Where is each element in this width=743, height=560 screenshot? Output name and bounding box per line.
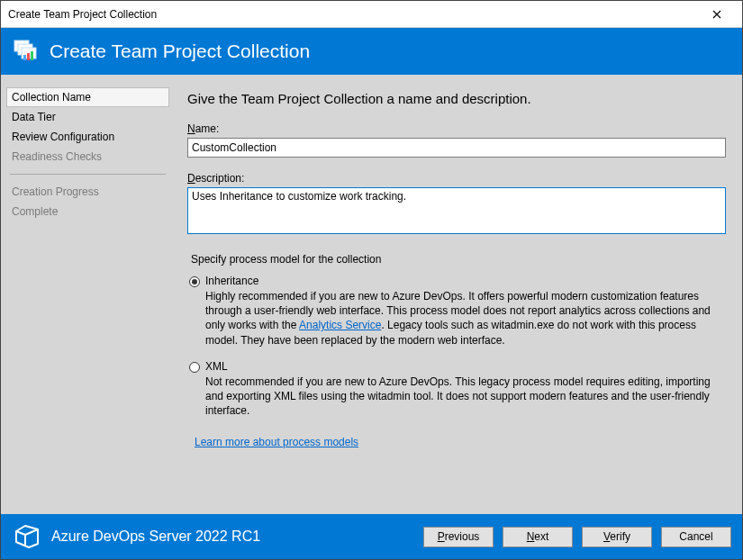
svg-rect-3 [23,55,26,60]
sidebar: Collection Name Data Tier Review Configu… [1,75,175,514]
cancel-button[interactable]: Cancel [661,527,731,547]
close-icon [712,10,721,19]
sidebar-item-readiness-checks: Readiness Checks [6,147,169,167]
next-button[interactable]: Next [503,527,573,547]
radio-xml-label: XML [205,360,228,373]
product-name: Azure DevOps Server 2022 RC1 [51,528,414,545]
process-model-heading: Specify process model for the collection [191,253,726,266]
azure-devops-icon [12,521,42,552]
close-button[interactable] [699,2,735,27]
page-heading: Give the Team Project Collection a name … [187,91,726,106]
radio-inheritance[interactable]: Inheritance [189,275,726,287]
main-panel: Give the Team Project Collection a name … [175,75,742,514]
header-title: Create Team Project Collection [50,41,310,62]
description-label: Description: [187,172,726,185]
wizard-window: Create Team Project Collection Create Te… [0,0,743,560]
analytics-service-link[interactable]: Analytics Service [299,319,381,331]
svg-rect-4 [27,53,30,60]
window-title: Create Team Project Collection [8,8,699,21]
radio-xml-dot[interactable] [189,362,200,373]
titlebar: Create Team Project Collection [1,1,742,28]
sidebar-item-complete: Complete [6,202,169,221]
footer-buttons: Previous Next Verify Cancel [423,527,731,547]
xml-description: Not recommended if you are new to Azure … [205,375,726,419]
description-input[interactable] [187,187,726,234]
collection-icon [12,37,41,66]
name-label: Name: [187,122,726,135]
verify-button[interactable]: Verify [582,527,652,547]
previous-button[interactable]: Previous [423,527,494,547]
radio-xml[interactable]: XML [189,360,726,373]
header-banner: Create Team Project Collection [1,28,742,75]
inheritance-description: Highly recommended if you are new to Azu… [205,289,726,348]
svg-rect-5 [31,51,33,60]
sidebar-item-data-tier[interactable]: Data Tier [6,107,169,127]
name-input[interactable] [187,138,726,158]
sidebar-item-review-configuration[interactable]: Review Configuration [6,127,169,147]
radio-inheritance-dot[interactable] [189,276,200,287]
sidebar-item-creation-progress: Creation Progress [6,182,169,202]
sidebar-divider [10,174,166,175]
wizard-body: Collection Name Data Tier Review Configu… [1,75,742,514]
sidebar-item-collection-name[interactable]: Collection Name [6,87,169,107]
footer: Azure DevOps Server 2022 RC1 Previous Ne… [1,514,742,559]
radio-inheritance-label: Inheritance [205,275,258,287]
learn-more-link[interactable]: Learn more about process models [195,436,358,448]
